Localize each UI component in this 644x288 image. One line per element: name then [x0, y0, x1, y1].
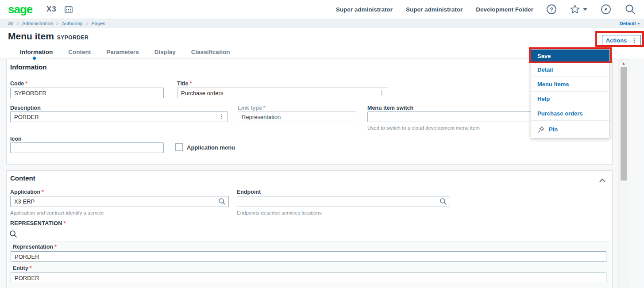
endpoint-lookup-icon[interactable]	[440, 198, 447, 205]
tab-bar: Information Content Parameters Display C…	[20, 49, 230, 55]
scrollbar-up-arrow[interactable]: ▲	[622, 61, 625, 65]
description-field-label: Description	[10, 105, 41, 111]
user-menu-item[interactable]: Super administrator	[336, 6, 393, 13]
content-section-heading: Content	[10, 174, 35, 182]
endpoint-input[interactable]	[237, 196, 450, 207]
breadcrumb-separator: >	[86, 21, 89, 26]
endpoint-field-label: Endpoint	[237, 189, 261, 195]
application-field-label: Application*	[10, 189, 44, 195]
active-tab-indicator	[33, 57, 36, 60]
breadcrumb-separator: >	[16, 21, 19, 26]
link-type-field-label: Link type*	[238, 105, 266, 111]
information-section-heading: Information	[10, 63, 47, 71]
menu-item-menu-items[interactable]: Menu items	[531, 77, 609, 91]
representation-group-label: REPRESENTATION*	[10, 220, 66, 227]
entity-field-label: Entity*	[13, 265, 32, 271]
application-help-text: Application and contract identify a serv…	[10, 210, 104, 215]
kebab-menu-icon: ⋮	[631, 37, 637, 44]
entity-input[interactable]	[11, 273, 606, 283]
app-window: sage X3 Super administrator Super admini…	[0, 0, 644, 288]
icon-field-label: Icon	[10, 136, 22, 142]
actions-button[interactable]: Actions ⋮	[602, 35, 641, 46]
tab-content[interactable]: Content	[68, 49, 91, 55]
endpoint-scope-selector[interactable]: Default	[620, 21, 636, 26]
search-icon[interactable]	[625, 4, 636, 15]
application-menu-checkbox-label: Application menu	[187, 144, 235, 151]
representation-field-label: Representation*	[13, 244, 57, 250]
menu-item-purchase-orders[interactable]: Purchase orders	[531, 106, 609, 120]
title-field-label: Title*	[177, 81, 192, 87]
tab-display[interactable]: Display	[154, 49, 176, 55]
link-type-input	[238, 111, 356, 122]
actions-dropdown-menu: Save Detail Menu items Help Purchase ord…	[531, 49, 610, 138]
title-more-options-icon[interactable]: ⋮	[379, 89, 385, 96]
help-circle-icon[interactable]: ?	[547, 4, 556, 14]
menu-item-pin[interactable]: Pin	[531, 120, 609, 138]
sage-logo[interactable]: sage	[8, 3, 32, 16]
description-input[interactable]	[10, 111, 228, 122]
code-field-label: Code*	[10, 81, 27, 87]
representation-input[interactable]	[11, 251, 606, 262]
role-menu-item[interactable]: Super administrator	[406, 6, 463, 13]
calendar-icon[interactable]	[64, 5, 73, 14]
menu-item-help[interactable]: Help	[531, 91, 609, 106]
breadcrumb-administration[interactable]: Administration	[22, 21, 53, 26]
description-more-options-icon[interactable]: ⋮	[219, 113, 224, 120]
favorites-star-icon[interactable]	[570, 4, 587, 15]
application-input[interactable]	[10, 196, 229, 207]
compass-icon[interactable]	[601, 4, 611, 15]
tab-information[interactable]: Information	[20, 49, 53, 55]
breadcrumb: All > Administration > Authoring > Pages…	[0, 19, 644, 28]
collapse-section-chevron-up-icon[interactable]	[599, 178, 606, 183]
menu-item-detail[interactable]: Detail	[531, 62, 609, 77]
caret-down-icon: ▾	[638, 22, 640, 26]
page-title: Menu item SYPORDER	[8, 31, 89, 42]
tab-parameters[interactable]: Parameters	[106, 49, 139, 55]
vertical-scrollbar-thumb[interactable]	[621, 67, 627, 180]
header-right-menu: Super administrator Super administrator …	[336, 0, 636, 19]
breadcrumb-separator: >	[56, 21, 59, 26]
endpoint-help-text: Endpoints describe services locations	[237, 210, 322, 215]
folder-menu-item[interactable]: Development Folder	[476, 6, 533, 13]
title-input[interactable]	[177, 88, 388, 98]
pin-icon	[537, 126, 544, 133]
brand-divider	[40, 4, 40, 15]
record-code: SYPORDER	[57, 35, 89, 41]
icon-input[interactable]	[10, 142, 164, 153]
application-menu-checkbox[interactable]	[175, 143, 183, 151]
breadcrumb-pages[interactable]: Pages	[92, 21, 105, 26]
page-title-text: Menu item	[8, 31, 54, 42]
menu-item-switch-help-text: Used to switch to a cloud development me…	[367, 125, 480, 131]
top-header: sage X3 Super administrator Super admini…	[0, 0, 644, 19]
representation-group-lookup-icon[interactable]	[9, 230, 17, 238]
product-name: X3	[46, 5, 57, 14]
code-input[interactable]	[10, 88, 164, 98]
tab-classification[interactable]: Classification	[191, 49, 230, 55]
breadcrumb-authoring[interactable]: Authoring	[62, 21, 83, 26]
application-lookup-icon[interactable]	[218, 198, 226, 205]
menu-item-switch-field-label: Menu item switch	[367, 105, 413, 111]
breadcrumb-all[interactable]: All	[8, 21, 13, 26]
caret-down-icon	[583, 8, 587, 11]
menu-item-save[interactable]: Save	[531, 50, 609, 62]
